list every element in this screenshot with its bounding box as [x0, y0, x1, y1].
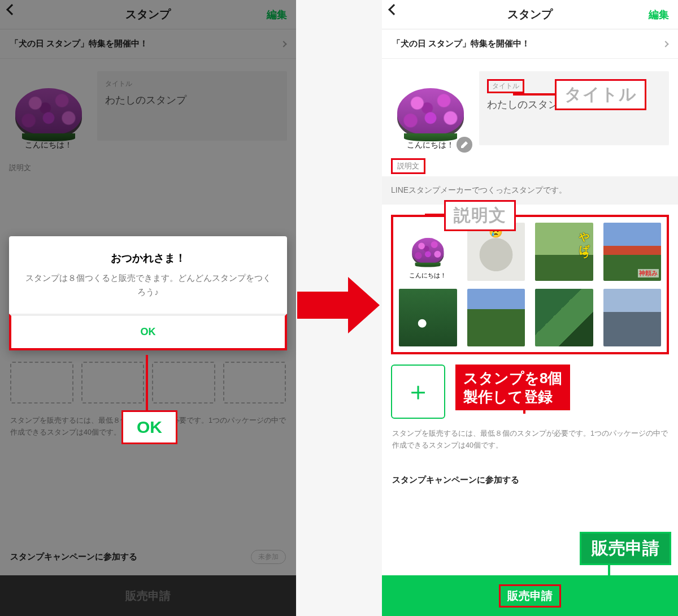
- annotation-apply: 販売申請: [580, 532, 671, 565]
- annotation-ok: OK: [121, 410, 177, 444]
- edit-button[interactable]: 編集: [649, 8, 669, 21]
- annotation-connector: [513, 93, 555, 96]
- annotation-connector: [608, 563, 610, 582]
- banner-text: 「犬の日 スタンプ」特集を開催中！: [392, 38, 530, 49]
- back-button[interactable]: [390, 6, 398, 16]
- annotation-make8: スタンプを8個 製作して登録: [455, 365, 570, 410]
- title-label: タイトル: [487, 79, 524, 93]
- sticker-cell[interactable]: こんにちは！: [399, 223, 457, 281]
- modal-ok-label: OK: [141, 326, 156, 337]
- campaign-row[interactable]: スタンプキャンペーンに参加する: [382, 460, 678, 497]
- apply-button[interactable]: 販売申請: [382, 575, 678, 616]
- description-value: LINEスタンプメーカーでつくったスタンプです。: [391, 185, 567, 194]
- sticker-text: 神頼み: [638, 269, 659, 277]
- pencil-icon: [461, 141, 468, 148]
- sticker-text: やばっ: [577, 225, 591, 260]
- stamp-caption: こんにちは！: [407, 140, 454, 150]
- annotation-title: タイトル: [555, 79, 646, 110]
- completion-modal: おつかれさま！ スタンプは８個つくると販売できます。どんどんスタンプをつくろう♪…: [9, 236, 287, 350]
- sticker-grid: こんにちは！ やばっ 神頼み: [391, 215, 669, 354]
- description-field[interactable]: LINEスタンプメーカーでつくったスタンプです。: [382, 176, 678, 205]
- add-sticker-button[interactable]: ＋: [391, 365, 445, 419]
- annotation-desc-text: 説明文: [454, 206, 506, 224]
- sticker-cell[interactable]: [603, 289, 662, 347]
- annotation-apply-text: 販売申請: [592, 539, 659, 557]
- annotation-connector: [146, 355, 148, 410]
- annotation-desc: 説明文: [444, 200, 516, 231]
- apply-label: 販売申請: [499, 584, 561, 608]
- campaign-text: スタンプキャンペーンに参加する: [392, 475, 519, 485]
- header-title: スタンプ: [507, 7, 553, 22]
- modal-ok-button[interactable]: OK: [9, 314, 287, 350]
- flower-image: [412, 238, 444, 265]
- annotation-connector: [559, 582, 610, 584]
- requirement-note: スタンプを販売するには、最低８個のスタンプが必要です。1つのパッケージの中で作成…: [382, 423, 678, 460]
- feature-banner[interactable]: 「犬の日 スタンプ」特集を開催中！: [382, 29, 678, 59]
- transition-arrow-icon: [297, 277, 381, 333]
- description-label: 説明文: [391, 158, 425, 174]
- modal-body: スタンプは８個つくると販売できます。どんどんスタンプをつくろう♪: [9, 271, 287, 314]
- sticker-cell[interactable]: [467, 289, 525, 347]
- header: スタンプ 編集: [382, 0, 678, 29]
- edit-thumbnail-button[interactable]: [457, 137, 472, 153]
- annotation-connector: [523, 390, 525, 414]
- sticker-cell[interactable]: [467, 223, 525, 281]
- annotation-connector: [425, 214, 444, 216]
- sticker-cell[interactable]: [399, 289, 457, 347]
- sticker-cell[interactable]: 神頼み: [603, 223, 662, 281]
- modal-title: おつかれさま！: [9, 236, 287, 271]
- sticker-cell[interactable]: やばっ: [535, 223, 593, 281]
- sticker-caption: こんにちは！: [409, 271, 446, 280]
- stamp-thumbnail[interactable]: こんにちは！: [391, 71, 470, 150]
- sticker-cell[interactable]: [535, 289, 593, 347]
- chevron-left-icon: [388, 4, 399, 15]
- annotation-title-text: タイトル: [564, 85, 637, 103]
- chevron-right-icon: [662, 41, 668, 47]
- plus-icon: ＋: [405, 374, 431, 409]
- flower-image: [397, 88, 464, 138]
- annotation-ok-text: OK: [137, 418, 162, 436]
- right-screen: スタンプ 編集 「犬の日 スタンプ」特集を開催中！ こんにちは！ タイトル わた…: [382, 0, 678, 616]
- left-screen: スタンプ 編集 「犬の日 スタンプ」特集を開催中！ こんにちは！ タイトル わた…: [0, 0, 296, 616]
